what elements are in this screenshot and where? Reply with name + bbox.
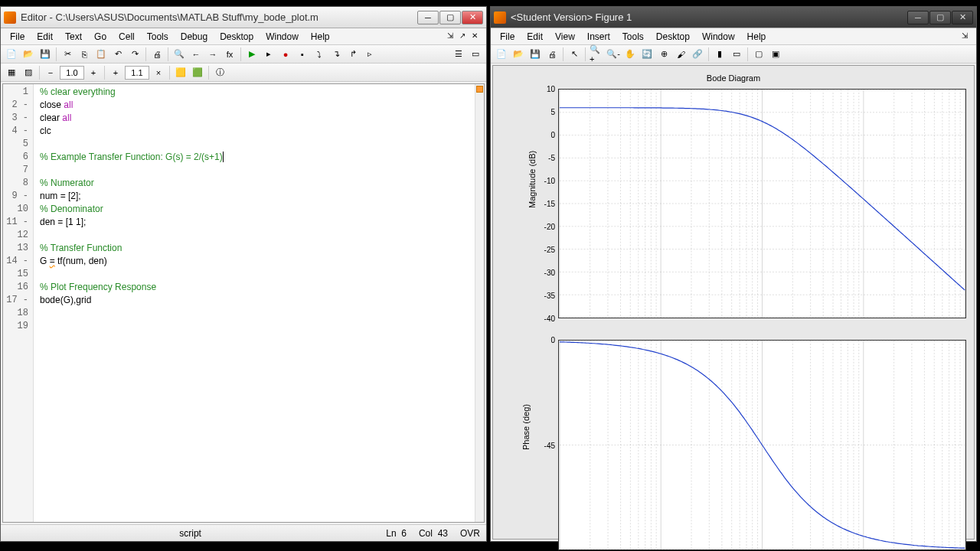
phase-plot: Phase (deg) Frequency (rad/s) 0-45-9010⁻… [558,340,966,550]
matlab-icon [494,11,506,24]
maximize-button[interactable]: ▢ [929,11,951,24]
legend-icon[interactable]: ▭ [729,47,744,62]
open-file-icon[interactable]: 📂 [21,47,36,62]
editor-titlebar[interactable]: Editor - C:\Users\ASUS\Documents\MATLAB … [1,7,486,28]
save-icon[interactable]: 💾 [38,47,53,62]
menu-view[interactable]: View [549,30,581,44]
link-icon[interactable]: 🔗 [690,47,705,62]
step-icon[interactable]: ⤵ [312,47,327,62]
menu-file[interactable]: File [4,30,31,44]
stack-icon[interactable]: ☰ [451,47,466,62]
plus-icon[interactable]: + [86,65,101,80]
paste-icon[interactable]: 📋 [93,47,109,62]
menu-help[interactable]: Help [305,30,336,44]
new-file-icon[interactable]: 📄 [4,47,19,62]
menu-text[interactable]: Text [59,30,88,44]
close-button[interactable]: ✕ [952,11,973,24]
divide-input-1[interactable] [60,66,84,80]
run-advance-icon[interactable]: ▸ [261,47,276,62]
continue-icon[interactable]: ▹ [362,47,377,62]
close-button[interactable]: ✕ [462,11,483,24]
cell-eval-icon[interactable]: ▨ [21,65,36,80]
rotate-icon[interactable]: 🔄 [639,47,655,62]
figure-window: <Student Version> Figure 1 ─ ▢ ✕ File Ed… [490,6,977,542]
info-icon[interactable]: ⓘ [212,65,227,80]
show-tools-icon[interactable]: ▣ [768,47,783,62]
maximize-button[interactable]: ▢ [439,11,461,24]
layout-icon[interactable]: ▭ [468,47,483,62]
cut-icon[interactable]: ✂ [60,47,75,62]
dock-toggle-icon[interactable]: ⇲ [445,31,456,42]
warning-marker-icon[interactable] [476,86,483,93]
print-icon[interactable]: 🖨 [149,47,165,62]
pointer-icon[interactable]: ↖ [567,47,582,62]
hide-tools-icon[interactable]: ▢ [751,47,766,62]
menu-window[interactable]: Window [260,30,305,44]
status-line: Ln 6 [386,528,407,539]
colorbar-icon[interactable]: ▮ [712,47,727,62]
editor-menubar: File Edit Text Go Cell Tools Debug Deskt… [1,28,486,45]
zoom-out-icon[interactable]: 🔍- [606,47,621,62]
menu-desktop[interactable]: Desktop [214,30,260,44]
zoom-in-icon[interactable]: 🔍+ [589,47,604,62]
figure-title: <Student Version> Figure 1 [511,11,907,23]
data-cursor-icon[interactable]: ⊕ [656,47,671,62]
editor-statusbar: script Ln 6 Col 43 OVR [1,524,486,541]
matlab-icon [4,11,16,24]
publish2-icon[interactable]: 🟩 [190,65,205,80]
menu-tools[interactable]: Tools [616,30,650,44]
back-icon[interactable]: ← [188,47,204,62]
stop-icon[interactable]: ▪ [295,47,310,62]
step-out-icon[interactable]: ↱ [345,47,361,62]
goto-icon[interactable]: fx [222,47,237,62]
menu-go[interactable]: Go [88,30,113,44]
figure-titlebar[interactable]: <Student Version> Figure 1 ─ ▢ ✕ [491,7,976,28]
menu-window[interactable]: Window [696,30,741,44]
code-area[interactable]: % clear everythingclose allclear allclc%… [34,84,484,522]
open-fig-icon[interactable]: 📂 [511,47,526,62]
cell-new-icon[interactable]: ▦ [4,65,19,80]
ylabel-magnitude: Magnitude (dB) [528,151,537,208]
minus-icon[interactable]: − [43,65,58,80]
copy-icon[interactable]: ⎘ [77,47,92,62]
menu-cell[interactable]: Cell [113,30,141,44]
editor-toolbar-1: 📄 📂 💾 ✂ ⎘ 📋 ↶ ↷ 🖨 🔍 ← → fx ▶ ▸ ● ▪ ⤵ ↴ ↱… [1,45,486,64]
minimize-button[interactable]: ─ [417,11,439,24]
redo-icon[interactable]: ↷ [127,47,142,62]
find-icon[interactable]: 🔍 [172,47,187,62]
menu-file[interactable]: File [494,30,521,44]
new-fig-icon[interactable]: 📄 [494,47,509,62]
menu-insert[interactable]: Insert [581,30,616,44]
save-fig-icon[interactable]: 💾 [528,47,543,62]
menu-desktop[interactable]: Desktop [650,30,696,44]
line-gutter: 12 -3 -4 -56789 -1011 -121314 -151617 -1… [3,84,34,522]
dock-icon[interactable]: ⇲ [959,31,970,42]
menu-tools[interactable]: Tools [141,30,175,44]
editor-window: Editor - C:\Users\ASUS\Documents\MATLAB … [0,6,487,542]
print-fig-icon[interactable]: 🖨 [544,47,560,62]
run-icon[interactable]: ▶ [244,47,260,62]
step-in-icon[interactable]: ↴ [328,47,344,62]
undo-icon[interactable]: ↶ [110,47,126,62]
figure-canvas: Bode Diagram Magnitude (dB) 1050-5-10-15… [492,65,975,540]
menu-edit[interactable]: Edit [521,30,549,44]
figure-toolbar: 📄 📂 💾 🖨 ↖ 🔍+ 🔍- ✋ 🔄 ⊕ 🖌 🔗 ▮ ▭ ▢ ▣ [491,45,976,64]
menu-debug[interactable]: Debug [175,30,214,44]
minus2-icon[interactable]: + [108,65,123,80]
breakpoint-icon[interactable]: ● [278,47,293,62]
brush-icon[interactable]: 🖌 [673,47,688,62]
status-ovr: OVR [460,528,480,539]
pan-icon[interactable]: ✋ [622,47,638,62]
undock-icon[interactable]: ↗ [457,31,468,42]
editor-toolbar-2: ▦ ▨ − + + × 🟨 🟩 ⓘ [1,64,486,82]
minimize-button[interactable]: ─ [907,11,929,24]
close-tab-icon[interactable]: ✕ [469,31,480,42]
menu-help[interactable]: Help [741,30,773,44]
times-icon[interactable]: × [151,65,166,80]
code-analyzer-bar[interactable] [475,84,484,522]
forward-icon[interactable]: → [205,47,220,62]
divide-input-2[interactable] [125,66,149,80]
menu-edit[interactable]: Edit [31,30,59,44]
publish-icon[interactable]: 🟨 [173,65,188,80]
status-col: Col 43 [419,528,448,539]
